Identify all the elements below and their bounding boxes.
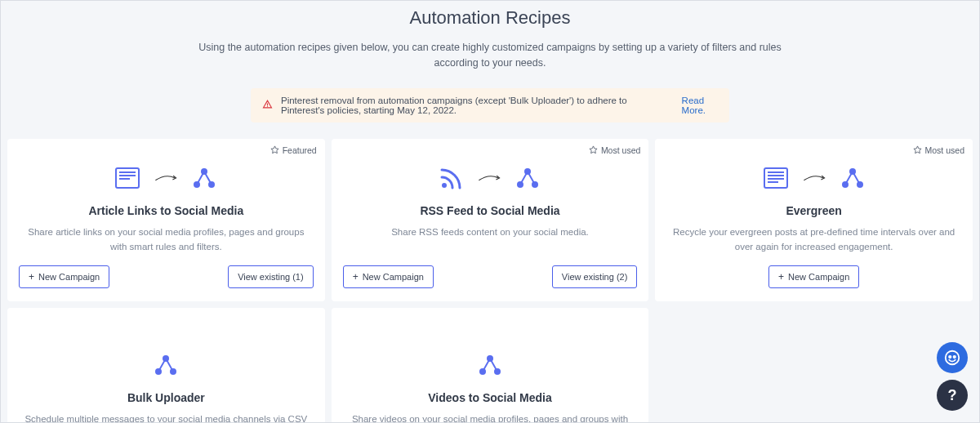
new-campaign-button[interactable]: +New Campaign bbox=[19, 265, 109, 288]
arrow-icon bbox=[478, 172, 501, 184]
alert-banner: Pinterest removal from automation campai… bbox=[251, 88, 729, 122]
share-nodes-icon bbox=[840, 167, 865, 189]
svg-line-37 bbox=[490, 358, 497, 372]
chatbot-icon bbox=[943, 349, 961, 367]
new-campaign-button[interactable]: +New Campaign bbox=[343, 265, 434, 288]
svg-line-27 bbox=[853, 171, 860, 185]
button-label: View existing (1) bbox=[238, 272, 304, 282]
plus-icon: + bbox=[29, 272, 34, 282]
arrow-icon bbox=[154, 172, 177, 184]
view-existing-button[interactable]: View existing (1) bbox=[228, 265, 314, 288]
star-icon bbox=[589, 145, 598, 154]
button-label: New Campaign bbox=[363, 272, 424, 282]
card-description: Share videos on your social media profil… bbox=[343, 412, 638, 423]
svg-line-31 bbox=[158, 358, 166, 372]
card-rss-feed: Most used RSS Feed to Social Media Share… bbox=[332, 139, 649, 302]
star-icon bbox=[270, 145, 279, 154]
rss-icon bbox=[440, 167, 463, 189]
share-nodes-icon bbox=[154, 354, 178, 376]
chat-fab[interactable] bbox=[937, 342, 968, 373]
article-icon bbox=[115, 167, 140, 189]
new-campaign-button[interactable]: +New Campaign bbox=[768, 265, 859, 288]
svg-marker-17 bbox=[913, 146, 920, 154]
card-icon-row bbox=[764, 163, 865, 193]
plus-icon: + bbox=[353, 272, 359, 282]
button-label: View existing (2) bbox=[562, 272, 628, 282]
card-evergreen: Most used Evergreen Recycle your evergre… bbox=[655, 139, 973, 302]
help-fab[interactable]: ? bbox=[937, 380, 968, 411]
warning-icon bbox=[262, 99, 273, 112]
alert-text: Pinterest removal from automation campai… bbox=[281, 96, 669, 115]
svg-line-36 bbox=[483, 358, 490, 372]
svg-line-26 bbox=[845, 171, 853, 185]
card-title: Bulk Uploader bbox=[127, 391, 205, 404]
svg-marker-10 bbox=[590, 146, 597, 154]
card-icon-row bbox=[154, 350, 178, 380]
card-icon-row bbox=[440, 163, 540, 193]
button-label: New Campaign bbox=[38, 272, 100, 282]
page-title: Automation Recipes bbox=[7, 7, 973, 29]
document-icon bbox=[764, 167, 788, 189]
arrow-icon bbox=[803, 172, 826, 184]
card-icon-row bbox=[478, 350, 502, 380]
badge-label: Featured bbox=[283, 145, 317, 155]
svg-point-40 bbox=[954, 356, 956, 358]
svg-point-38 bbox=[946, 351, 960, 365]
featured-badge: Featured bbox=[270, 145, 317, 155]
svg-marker-0 bbox=[271, 146, 278, 154]
most-used-badge: Most used bbox=[913, 145, 964, 155]
button-label: New Campaign bbox=[788, 272, 849, 282]
share-nodes-icon bbox=[478, 354, 502, 376]
page-subtitle: Using the automation recipes given below… bbox=[180, 40, 800, 72]
card-description: Share article links on your social media… bbox=[19, 225, 314, 255]
card-icon-row bbox=[115, 163, 216, 193]
star-icon bbox=[913, 145, 922, 154]
svg-line-16 bbox=[528, 171, 535, 185]
svg-point-11 bbox=[442, 183, 447, 188]
question-icon: ? bbox=[948, 387, 957, 404]
card-description: Recycle your evergreen posts at pre-defi… bbox=[666, 225, 961, 255]
card-description: Schedule multiple messages to your socia… bbox=[19, 412, 314, 423]
card-title: Evergreen bbox=[786, 204, 841, 217]
share-nodes-icon bbox=[515, 167, 540, 189]
svg-line-15 bbox=[520, 171, 528, 185]
badge-label: Most used bbox=[925, 145, 964, 155]
card-article-links: Featured Article Links to Social Media S… bbox=[7, 139, 325, 302]
most-used-badge: Most used bbox=[589, 145, 640, 155]
svg-line-8 bbox=[197, 171, 204, 185]
svg-line-9 bbox=[204, 171, 212, 185]
alert-read-more-link[interactable]: Read More. bbox=[682, 96, 718, 115]
svg-point-39 bbox=[949, 356, 951, 358]
view-existing-button[interactable]: View existing (2) bbox=[552, 265, 638, 288]
plus-icon: + bbox=[778, 272, 784, 282]
badge-label: Most used bbox=[601, 145, 640, 155]
recipe-grid: Featured Article Links to Social Media S… bbox=[7, 139, 973, 423]
card-description: Share RSS feeds content on your social m… bbox=[386, 225, 594, 255]
card-title: Article Links to Social Media bbox=[88, 204, 243, 217]
share-nodes-icon bbox=[192, 167, 216, 189]
card-bulk-uploader: Bulk Uploader Schedule multiple messages… bbox=[7, 308, 325, 423]
card-title: Videos to Social Media bbox=[428, 391, 551, 404]
card-title: RSS Feed to Social Media bbox=[420, 204, 559, 217]
svg-line-32 bbox=[166, 358, 173, 372]
card-videos: Videos to Social Media Share videos on y… bbox=[332, 308, 649, 423]
